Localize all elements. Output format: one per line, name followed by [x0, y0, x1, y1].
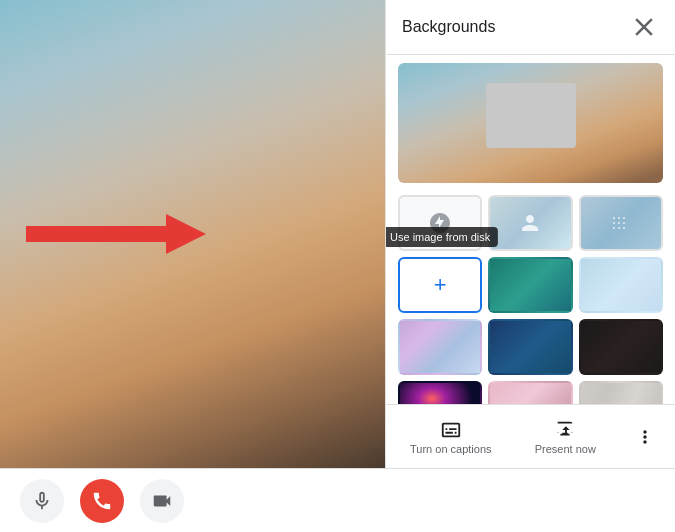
bg-item-fireworks[interactable] [398, 381, 482, 404]
dots-grid-icon [609, 211, 633, 235]
arrow-pointer [26, 214, 206, 254]
bg-item-blur-bg[interactable] [579, 195, 663, 251]
toolbar-left [20, 479, 184, 523]
bg-item-blur-portrait[interactable] [488, 195, 572, 251]
camera-button[interactable] [140, 479, 184, 523]
video-area [0, 0, 385, 468]
captions-button[interactable]: Turn on captions [398, 413, 504, 461]
captions-icon [440, 419, 462, 441]
present-icon [554, 419, 576, 441]
bg-item-purple[interactable] [398, 319, 482, 375]
main-area: Backgrounds [0, 0, 675, 468]
preview-image [398, 63, 663, 183]
preview-container [386, 55, 675, 191]
end-call-icon [91, 490, 113, 512]
bg-item-flowers[interactable] [488, 381, 572, 404]
close-button[interactable] [629, 12, 659, 42]
bg-item-dark[interactable] [579, 319, 663, 375]
person-icon [518, 211, 542, 235]
add-tooltip: Use image from disk [386, 227, 498, 247]
plus-icon: + [434, 274, 447, 296]
present-label: Present now [535, 443, 596, 455]
preview-blur-box [486, 83, 576, 148]
backgrounds-grid: Use image from disk + [398, 195, 663, 404]
bg-item-teal[interactable] [488, 257, 572, 313]
bottom-toolbar [0, 468, 675, 532]
camera-icon [151, 490, 173, 512]
backgrounds-panel: Backgrounds [385, 0, 675, 468]
more-vert-icon [635, 427, 655, 447]
panel-title: Backgrounds [402, 18, 495, 36]
mic-icon [31, 490, 53, 512]
bg-item-ocean[interactable] [488, 319, 572, 375]
svg-marker-0 [26, 214, 206, 254]
bg-item-marble[interactable] [579, 381, 663, 404]
present-button[interactable]: Present now [523, 413, 608, 461]
more-options-button[interactable] [627, 419, 663, 455]
arrow-svg [26, 214, 206, 254]
bg-item-sky[interactable] [579, 257, 663, 313]
panel-header: Backgrounds [386, 0, 675, 55]
backgrounds-grid-area[interactable]: Use image from disk + [386, 191, 675, 404]
close-icon [629, 12, 659, 42]
captions-label: Turn on captions [410, 443, 492, 455]
bg-item-add[interactable]: Use image from disk + [398, 257, 482, 313]
mic-button[interactable] [20, 479, 64, 523]
panel-bottom-bar: Turn on captions Present now [386, 404, 675, 468]
end-call-button[interactable] [80, 479, 124, 523]
